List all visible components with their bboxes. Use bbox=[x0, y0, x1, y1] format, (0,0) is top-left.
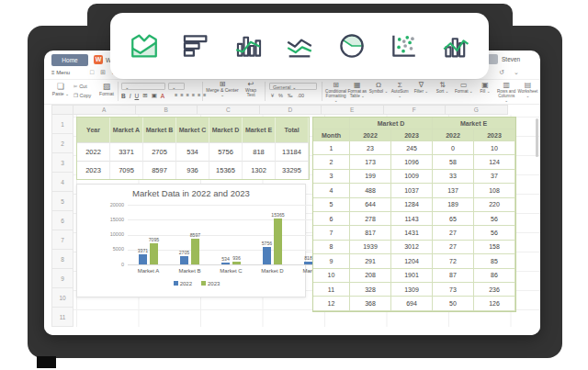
align-button[interactable]: ≡ bbox=[198, 92, 200, 97]
table2-group-header-cell[interactable]: Market E bbox=[433, 118, 515, 129]
table1-cell[interactable]: 1302 bbox=[243, 161, 276, 179]
select-all-corner[interactable] bbox=[51, 105, 74, 115]
column-header-F[interactable]: F bbox=[384, 105, 447, 115]
row-header-5[interactable]: 5 bbox=[51, 192, 74, 211]
table1-cell[interactable]: 818 bbox=[243, 142, 276, 161]
table2-corner-cell[interactable] bbox=[313, 118, 350, 129]
table2-cell[interactable]: 1 bbox=[313, 141, 350, 155]
table2-cell[interactable]: 1939 bbox=[350, 241, 391, 254]
undo-icon[interactable]: ↺ bbox=[499, 69, 504, 76]
area-chart-icon[interactable] bbox=[126, 28, 163, 64]
table2-cell[interactable]: 1096 bbox=[391, 155, 433, 169]
table1-cell[interactable]: 936 bbox=[176, 161, 209, 179]
font-name-select[interactable]: ⌄ bbox=[121, 83, 165, 90]
table2-cell[interactable]: 27 bbox=[433, 241, 474, 254]
font-size-select[interactable]: ⌄ bbox=[168, 83, 185, 90]
table2-cell[interactable]: 23 bbox=[350, 141, 391, 155]
table2-cell[interactable]: 368 bbox=[350, 297, 391, 310]
font-glyph-button[interactable]: I bbox=[130, 93, 131, 99]
table2-cell[interactable]: 245 bbox=[391, 141, 433, 155]
table2-cell[interactable]: 278 bbox=[350, 212, 391, 226]
ribbon-button-conditional-formatting[interactable]: ⊞Conditional Formatting ⌄ bbox=[325, 81, 346, 103]
table2-header-cell[interactable]: 2022 bbox=[350, 129, 391, 141]
table2-cell[interactable]: 50 bbox=[433, 297, 474, 310]
menu-button[interactable]: ≡ Menu bbox=[51, 70, 70, 75]
row-header-7[interactable]: 7 bbox=[51, 230, 74, 250]
table2-cell[interactable]: 208 bbox=[350, 269, 391, 283]
table2-cell[interactable]: 1309 bbox=[391, 283, 433, 297]
ribbon-button-filter[interactable]: ∇Filter ⌄ bbox=[411, 81, 432, 103]
table2-header-cell[interactable]: 2023 bbox=[474, 129, 515, 141]
scatter-chart-icon[interactable] bbox=[385, 28, 422, 64]
wrap-text-button[interactable]: ↩ Wrap Text bbox=[241, 82, 261, 98]
align-button[interactable]: ≡ bbox=[186, 92, 188, 97]
table1-cell[interactable]: 33295 bbox=[276, 161, 309, 179]
table1-cell[interactable]: 2705 bbox=[143, 142, 176, 161]
row-header-2[interactable]: 2 bbox=[51, 134, 74, 153]
table2-cell[interactable]: 9 bbox=[313, 254, 350, 268]
table2-cell[interactable]: 173 bbox=[350, 155, 391, 169]
table1-header-cell[interactable]: Market B bbox=[143, 118, 176, 142]
table2-cell[interactable]: 817 bbox=[350, 226, 391, 240]
table2-cell[interactable]: 1009 bbox=[391, 170, 433, 184]
column-header-E[interactable]: E bbox=[322, 105, 384, 115]
table2-cell[interactable]: 236 bbox=[474, 283, 515, 297]
ribbon-button-sort[interactable]: ⇅Sort ⌄ bbox=[432, 81, 453, 103]
table1-cell[interactable]: 13184 bbox=[276, 142, 309, 161]
font-glyph-button[interactable]: A bbox=[161, 93, 164, 99]
row-header-9[interactable]: 9 bbox=[51, 269, 74, 288]
table2-cell[interactable]: 6 bbox=[313, 212, 350, 226]
align-button[interactable]: ≡ bbox=[192, 92, 195, 97]
table2-cell[interactable]: 3 bbox=[313, 170, 350, 184]
align-button[interactable]: ≡ bbox=[180, 92, 183, 97]
table2-cell[interactable]: 1431 bbox=[391, 226, 433, 240]
table2-cell[interactable]: 58 bbox=[433, 155, 474, 169]
ribbon-button-fill[interactable]: ▣Fill ⌄ bbox=[474, 81, 495, 103]
cut-button[interactable]: ✂ Cut bbox=[74, 84, 87, 89]
bar-chart[interactable]: Market Data in 2022 and 2023 20000150001… bbox=[76, 184, 306, 297]
row-header-1[interactable]: 1 bbox=[51, 115, 74, 134]
new-file-icon[interactable]: □ bbox=[90, 69, 94, 76]
table2-cell[interactable]: 87 bbox=[433, 269, 474, 283]
table2-cell[interactable]: 137 bbox=[433, 184, 474, 197]
font-glyph-button[interactable]: U bbox=[135, 93, 140, 99]
table1-cell[interactable]: 3371 bbox=[110, 142, 143, 161]
row-header-10[interactable]: 10 bbox=[51, 288, 74, 308]
column-header-G[interactable]: G bbox=[446, 105, 508, 115]
column-line-chart-icon[interactable] bbox=[230, 28, 266, 64]
table2-cell[interactable]: 328 bbox=[350, 283, 391, 297]
table2-cell[interactable]: 3012 bbox=[391, 241, 433, 254]
table2-cell[interactable]: 1037 bbox=[391, 184, 433, 197]
table2-cell[interactable]: 10 bbox=[474, 141, 515, 155]
line-chart-icon[interactable] bbox=[281, 28, 318, 64]
ribbon-button-symbol[interactable]: ΩSymbol ⌄ bbox=[368, 81, 389, 103]
table2-cell[interactable]: 7 bbox=[313, 226, 350, 240]
table1-header-cell[interactable]: Market E bbox=[243, 118, 276, 142]
ribbon-button-rows-and-columns[interactable]: ▥Rows and Columns ⌄ bbox=[496, 81, 517, 103]
table2-cell[interactable]: 2 bbox=[313, 155, 350, 169]
number-glyph-button[interactable]: .00 bbox=[297, 93, 304, 98]
table2-cell[interactable]: 27 bbox=[433, 226, 474, 240]
table2-cell[interactable]: 199 bbox=[350, 170, 391, 184]
table2-cell[interactable]: 108 bbox=[474, 184, 515, 197]
column-header-C[interactable]: C bbox=[198, 105, 260, 115]
table2-cell[interactable]: 65 bbox=[433, 212, 474, 226]
font-glyph-button[interactable]: B bbox=[121, 93, 126, 99]
table2-cell[interactable]: 1143 bbox=[391, 212, 433, 226]
row-header-3[interactable]: 3 bbox=[51, 153, 74, 173]
table1-cell[interactable]: 2023 bbox=[77, 161, 110, 179]
table2-cell[interactable]: 189 bbox=[433, 198, 474, 212]
table2-header-cell[interactable]: Month bbox=[313, 129, 350, 141]
pie-chart-icon[interactable] bbox=[334, 28, 370, 64]
table2-cell[interactable]: 85 bbox=[474, 254, 515, 268]
table1-cell[interactable]: 2022 bbox=[77, 142, 110, 161]
table2-cell[interactable]: 33 bbox=[433, 170, 474, 184]
user-avatar[interactable] bbox=[488, 54, 498, 64]
table2-cell[interactable]: 1204 bbox=[391, 254, 433, 268]
table1-cell[interactable]: 534 bbox=[176, 142, 209, 161]
table2-cell[interactable]: 488 bbox=[350, 184, 391, 197]
table1-header-cell[interactable]: Total bbox=[276, 118, 309, 142]
table2-cell[interactable]: 56 bbox=[474, 212, 515, 226]
table2-cell[interactable]: 158 bbox=[474, 241, 515, 254]
table2-cell[interactable]: 72 bbox=[433, 254, 474, 268]
